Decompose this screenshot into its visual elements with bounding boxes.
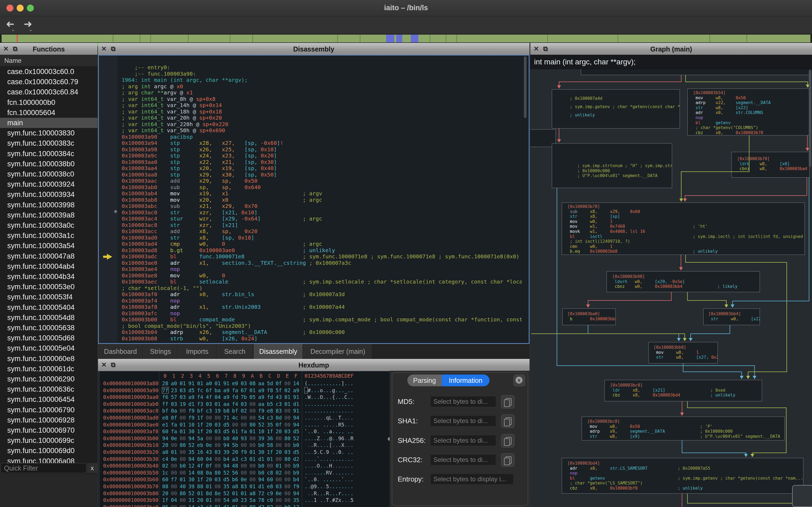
function-list-item[interactable]: sym.func.100006970 (0, 425, 97, 435)
graph-node-0x100003b78[interactable]: [0x100003b78] sub x8, x29, 0x60 str x8, … (562, 203, 805, 255)
disassembly-line[interactable]: 0x100003ac4 stur wzr, [x29, -0x64] ; arg… (122, 216, 322, 222)
hash-value-field[interactable] (431, 435, 496, 446)
disassembly-line[interactable]: 0x100003abc sub x21, x29, 0x70 (122, 203, 257, 210)
graph-node-0x100003b98[interactable]: [0x100003b98] ldurh w0, [x29, -0x5e] cbn… (607, 271, 760, 292)
function-list-item[interactable]: sym.func.100005d68 (0, 333, 97, 343)
disassembly-line[interactable]: ; var int64_t var_14h @ sp+0x14 (122, 102, 222, 109)
tab-information[interactable]: Information (442, 375, 490, 386)
function-list-item[interactable]: sym.func.10000383c (0, 138, 97, 148)
function-list-item[interactable]: sym.func.100005e04 (0, 343, 97, 353)
tab-strings[interactable]: Strings (143, 344, 178, 359)
copy-button[interactable] (501, 453, 514, 467)
disassembly-line[interactable]: 0x100003adc bl func.1000071e8 ; sym.func… (122, 253, 519, 260)
graph-canvas[interactable]: ; 0x100007a4d; sym.imp.getenv ; char *ge… (530, 69, 812, 507)
disassembly-line[interactable]: 0x100003ad0 str x8, [sp, 0x18] (122, 235, 254, 241)
function-list-item[interactable]: sym.func.100003924 (0, 179, 97, 189)
graph-node-getenv-cmt[interactable]: ; 0x100007a4d; sym.imp.getenv ; char *ge… (552, 89, 680, 128)
disassembly-line[interactable]: 0x100003af0 adr x0, str.bin_ls ; 0x10000… (122, 291, 345, 298)
disassembly-line[interactable]: 0x100003a94 stp x28, x27, [sp, -0x60]! (122, 140, 283, 147)
disassembly-line[interactable]: 0x100003ad8 b.gt 0x100003ae0 ; unlikely (122, 247, 335, 254)
graph-node-entry-strip[interactable] (581, 69, 810, 75)
graph-node-0x100003bd4[interactable]: [0x100003bd4] adr x0, str.LS_SAMESORT ; … (562, 458, 803, 494)
function-list-item[interactable]: sym.func.100003a1c (0, 230, 97, 241)
tab-search[interactable]: Search (217, 344, 253, 359)
function-list-item[interactable]: sym.func.100006454 (0, 394, 97, 404)
quick-filter-clear-button[interactable]: x (87, 463, 97, 473)
function-list-item[interactable]: case.0x100003c60.0 (0, 66, 97, 77)
graph-node-0x100003b54[interactable]: [0x100003b54] mov w8, 0x50 adrp x22, seg… (688, 89, 811, 135)
disassembly-line[interactable]: 0x100003b08 strb w0, [x26, 0x24] (122, 336, 257, 342)
tab-dashboard[interactable]: Dashboard (98, 344, 143, 359)
graph-scrollbar[interactable] (809, 70, 811, 167)
copy-button[interactable] (501, 434, 514, 447)
function-list-item[interactable]: fcn.100005604 (0, 108, 97, 118)
disassembly-line[interactable]: 0x100003ac0 str xzr, [x21, 0x10] (122, 210, 257, 216)
function-list-item[interactable]: sym.func.1000054d8 (0, 313, 97, 323)
function-list-item[interactable]: sym.func.1000038c0 (0, 169, 97, 179)
hash-value-field[interactable] (431, 474, 513, 484)
disassembly-line[interactable]: 0x100003b00 bl compat_mode ; sym.imp.com… (122, 317, 522, 323)
hexdump-table[interactable]: 0123456789ABCDEF0123456789ABCDEF0x000000… (100, 371, 391, 507)
function-list-item[interactable]: sym.func.1000047a8 (0, 251, 97, 261)
disassembly-line[interactable]: ; arg char **argv @ x1 (122, 90, 193, 96)
function-list-item[interactable]: sym.func.1000060e8 (0, 353, 97, 364)
disassembly-line[interactable]: 0x100003ac8 str xzr, [x21] (122, 222, 238, 229)
disassembly-line[interactable]: 0x100003af8 adr x1, str.Unix2003 ; 0x100… (122, 304, 345, 311)
memory-map-bar[interactable] (0, 34, 812, 43)
function-list-item[interactable]: fcn.1000000b0 (0, 97, 97, 108)
tab-parsing[interactable]: Parsing (407, 375, 442, 386)
graph-node-0x100003bb8[interactable]: [0x100003bb8] mov w8, 1 str w8, [x27, 0x… (649, 342, 718, 363)
back-history-chevron-icon[interactable]: ⌄ (11, 26, 15, 33)
hash-value-field[interactable] (431, 416, 496, 426)
function-list-item[interactable]: sym.func.100006290 (0, 374, 97, 384)
disassembly-line[interactable]: ; var int64_t var_8h @ sp+0x8 (122, 96, 215, 103)
function-list-item[interactable]: sym.func.100003830 (0, 128, 97, 138)
disassembly-line[interactable]: 0x100003a9c stp x24, x23, [sp, 0x20] (122, 153, 277, 159)
function-list-item[interactable]: sym.func.1000053f4 (0, 292, 97, 302)
graph-minimap[interactable] (792, 485, 812, 507)
function-list-item[interactable]: sym.func.100003a0c (0, 220, 97, 230)
function-list-item[interactable]: sym.func.10000636c (0, 384, 97, 394)
function-list-item[interactable]: sym.func.100005404 (0, 302, 97, 313)
disassembly-line[interactable]: 0x100003aa4 stp x20, x19, [sp, 0x40] (122, 165, 277, 172)
graph-node-0x100003bc8[interactable]: [0x100003bc8] mov w8, 0x50 ; 'P' adrp x9… (581, 416, 784, 441)
disassembly-line[interactable]: ; var int64_t var_20h @ sp+0x20 (122, 115, 222, 121)
disassembly-scrollbar[interactable] (524, 56, 526, 118)
disassembly-line[interactable]: 0x100003af4 nop (122, 298, 180, 304)
graph-node-0x100003b70[interactable]: [0x100003b70] ldrb w8, [x0] cbnz w8, 0x1… (731, 152, 810, 178)
function-list-item[interactable]: sym.func.1000038b0 (0, 159, 97, 169)
disassembly-line[interactable]: 0x100003ae4 nop (122, 266, 180, 273)
copy-button[interactable] (501, 395, 514, 408)
function-list-item[interactable]: sym.func.10000384c (0, 149, 97, 159)
disassembly-line[interactable]: ;-- entry0: (122, 64, 170, 71)
disassembly-line[interactable]: 0x100003acc add x8, sp, 0x20 (122, 228, 257, 235)
disassembly-line[interactable]: ; arg int argc @ x0 (122, 83, 183, 90)
disassembly-line[interactable]: 0x100003aac add x29, sp, 0x50 (122, 178, 257, 184)
disassembly-line[interactable]: 0x100003a98 stp x26, x25, [sp, 0x10] (122, 147, 277, 153)
forward-history-chevron-icon[interactable]: ⌄ (29, 26, 33, 33)
disassembly-line[interactable]: 0x100003a90 pacibsp (122, 134, 193, 140)
tab-disassembly[interactable]: Disassembly (253, 344, 303, 359)
function-list-item[interactable]: sym.func.100006928 (0, 415, 97, 425)
graph-node-0x100003ba0[interactable]: [0x100003ba0] b 0x100003bb8 (562, 308, 616, 325)
disassembly-line[interactable]: 0x100003ae8 mov w0, 0 (122, 273, 225, 279)
function-list-item[interactable]: sym.func.100003998 (0, 200, 97, 210)
disassembly-line[interactable]: ; var int64_t var_18h @ sp+0x18 (122, 109, 222, 115)
disassembly-line[interactable]: ; var int64_t var_50h @ sp+0x690 (122, 127, 225, 134)
disassembly-line[interactable]: 0x100003afc nop (122, 311, 180, 317)
function-list-item[interactable]: sym.func.100004b34 (0, 272, 97, 282)
graph-node-strtonum-cmt[interactable]: ; sym.imp.strtonum ; "H" ; sym.imp.strto… (552, 143, 672, 188)
disassembly-listing[interactable]: ;-- entry0: ;-- func.100003a90:1964: int… (122, 64, 522, 343)
copy-button[interactable] (501, 414, 514, 428)
disassembly-line[interactable]: 0x100003ae0 adr x1, section.3.__TEXT.__c… (122, 260, 351, 266)
hash-value-field[interactable] (431, 455, 496, 465)
function-list-item[interactable]: sym.func.10000699c (0, 435, 97, 446)
function-list-item[interactable]: sym.func.1000053e0 (0, 282, 97, 292)
disassembly-line[interactable]: ; char *setlocale(-1, "") (122, 285, 202, 292)
function-list-item[interactable]: main (0, 118, 97, 128)
tab-decompiler-main[interactable]: Decompiler (main) (303, 344, 372, 359)
disassembly-line[interactable]: ; var int64_t var_220h @ sp+0x220 (122, 121, 228, 128)
function-list-item[interactable]: sym.func.1000039a8 (0, 210, 97, 220)
tab-imports[interactable]: Imports (178, 344, 216, 359)
disassembly-line[interactable]: 1964: int main (int argc, char **argv); (122, 77, 248, 83)
